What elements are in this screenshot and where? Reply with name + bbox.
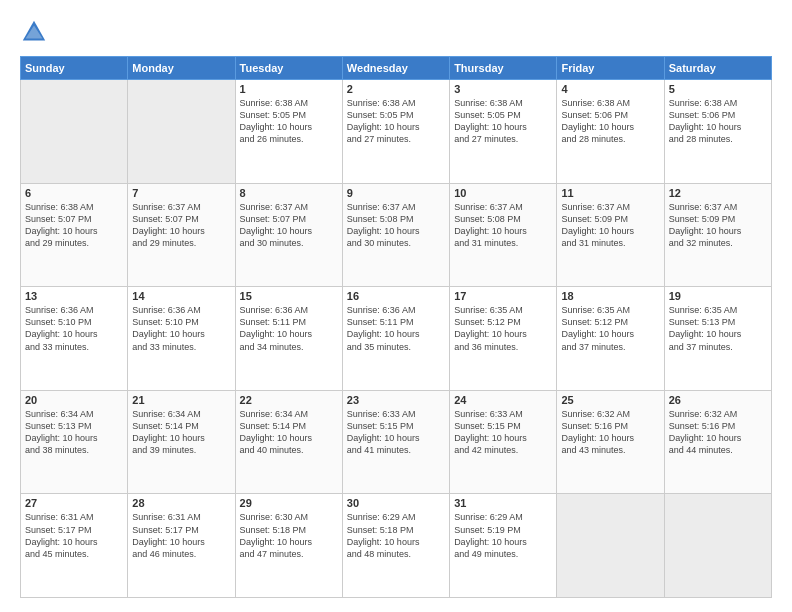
day-info: Sunrise: 6:32 AM Sunset: 5:16 PM Dayligh… bbox=[669, 408, 767, 457]
calendar-cell: 8Sunrise: 6:37 AM Sunset: 5:07 PM Daylig… bbox=[235, 183, 342, 287]
day-number: 29 bbox=[240, 497, 338, 509]
day-info: Sunrise: 6:37 AM Sunset: 5:07 PM Dayligh… bbox=[132, 201, 230, 250]
calendar-cell: 6Sunrise: 6:38 AM Sunset: 5:07 PM Daylig… bbox=[21, 183, 128, 287]
day-info: Sunrise: 6:38 AM Sunset: 5:07 PM Dayligh… bbox=[25, 201, 123, 250]
day-number: 12 bbox=[669, 187, 767, 199]
day-number: 24 bbox=[454, 394, 552, 406]
day-info: Sunrise: 6:37 AM Sunset: 5:09 PM Dayligh… bbox=[669, 201, 767, 250]
calendar-cell: 29Sunrise: 6:30 AM Sunset: 5:18 PM Dayli… bbox=[235, 494, 342, 598]
day-info: Sunrise: 6:29 AM Sunset: 5:19 PM Dayligh… bbox=[454, 511, 552, 560]
page: SundayMondayTuesdayWednesdayThursdayFrid… bbox=[0, 0, 792, 612]
day-info: Sunrise: 6:31 AM Sunset: 5:17 PM Dayligh… bbox=[132, 511, 230, 560]
calendar-cell: 16Sunrise: 6:36 AM Sunset: 5:11 PM Dayli… bbox=[342, 287, 449, 391]
calendar-cell: 28Sunrise: 6:31 AM Sunset: 5:17 PM Dayli… bbox=[128, 494, 235, 598]
calendar-cell bbox=[21, 80, 128, 184]
calendar-header-sunday: Sunday bbox=[21, 57, 128, 80]
day-number: 23 bbox=[347, 394, 445, 406]
day-info: Sunrise: 6:38 AM Sunset: 5:06 PM Dayligh… bbox=[561, 97, 659, 146]
calendar-header-friday: Friday bbox=[557, 57, 664, 80]
day-info: Sunrise: 6:38 AM Sunset: 5:05 PM Dayligh… bbox=[454, 97, 552, 146]
day-number: 27 bbox=[25, 497, 123, 509]
calendar-header-saturday: Saturday bbox=[664, 57, 771, 80]
day-info: Sunrise: 6:36 AM Sunset: 5:11 PM Dayligh… bbox=[240, 304, 338, 353]
day-number: 17 bbox=[454, 290, 552, 302]
day-info: Sunrise: 6:38 AM Sunset: 5:05 PM Dayligh… bbox=[347, 97, 445, 146]
calendar-cell: 14Sunrise: 6:36 AM Sunset: 5:10 PM Dayli… bbox=[128, 287, 235, 391]
calendar-week-row: 1Sunrise: 6:38 AM Sunset: 5:05 PM Daylig… bbox=[21, 80, 772, 184]
day-number: 13 bbox=[25, 290, 123, 302]
calendar-cell: 9Sunrise: 6:37 AM Sunset: 5:08 PM Daylig… bbox=[342, 183, 449, 287]
calendar-header-row: SundayMondayTuesdayWednesdayThursdayFrid… bbox=[21, 57, 772, 80]
logo-icon bbox=[20, 18, 48, 46]
day-info: Sunrise: 6:31 AM Sunset: 5:17 PM Dayligh… bbox=[25, 511, 123, 560]
day-info: Sunrise: 6:38 AM Sunset: 5:05 PM Dayligh… bbox=[240, 97, 338, 146]
day-info: Sunrise: 6:37 AM Sunset: 5:09 PM Dayligh… bbox=[561, 201, 659, 250]
calendar-cell: 12Sunrise: 6:37 AM Sunset: 5:09 PM Dayli… bbox=[664, 183, 771, 287]
day-info: Sunrise: 6:34 AM Sunset: 5:14 PM Dayligh… bbox=[132, 408, 230, 457]
calendar-cell: 26Sunrise: 6:32 AM Sunset: 5:16 PM Dayli… bbox=[664, 390, 771, 494]
calendar-cell: 23Sunrise: 6:33 AM Sunset: 5:15 PM Dayli… bbox=[342, 390, 449, 494]
day-number: 21 bbox=[132, 394, 230, 406]
logo bbox=[20, 18, 52, 46]
day-info: Sunrise: 6:34 AM Sunset: 5:14 PM Dayligh… bbox=[240, 408, 338, 457]
calendar-cell bbox=[128, 80, 235, 184]
calendar-cell: 24Sunrise: 6:33 AM Sunset: 5:15 PM Dayli… bbox=[450, 390, 557, 494]
calendar-cell: 20Sunrise: 6:34 AM Sunset: 5:13 PM Dayli… bbox=[21, 390, 128, 494]
day-info: Sunrise: 6:35 AM Sunset: 5:12 PM Dayligh… bbox=[454, 304, 552, 353]
day-info: Sunrise: 6:37 AM Sunset: 5:08 PM Dayligh… bbox=[347, 201, 445, 250]
day-number: 31 bbox=[454, 497, 552, 509]
day-number: 8 bbox=[240, 187, 338, 199]
day-info: Sunrise: 6:32 AM Sunset: 5:16 PM Dayligh… bbox=[561, 408, 659, 457]
day-number: 2 bbox=[347, 83, 445, 95]
calendar-cell: 25Sunrise: 6:32 AM Sunset: 5:16 PM Dayli… bbox=[557, 390, 664, 494]
day-number: 5 bbox=[669, 83, 767, 95]
calendar-cell: 13Sunrise: 6:36 AM Sunset: 5:10 PM Dayli… bbox=[21, 287, 128, 391]
header bbox=[20, 18, 772, 46]
day-info: Sunrise: 6:33 AM Sunset: 5:15 PM Dayligh… bbox=[347, 408, 445, 457]
day-number: 7 bbox=[132, 187, 230, 199]
day-info: Sunrise: 6:29 AM Sunset: 5:18 PM Dayligh… bbox=[347, 511, 445, 560]
day-info: Sunrise: 6:38 AM Sunset: 5:06 PM Dayligh… bbox=[669, 97, 767, 146]
day-number: 18 bbox=[561, 290, 659, 302]
day-number: 1 bbox=[240, 83, 338, 95]
day-number: 4 bbox=[561, 83, 659, 95]
calendar-week-row: 13Sunrise: 6:36 AM Sunset: 5:10 PM Dayli… bbox=[21, 287, 772, 391]
day-number: 19 bbox=[669, 290, 767, 302]
calendar-cell: 18Sunrise: 6:35 AM Sunset: 5:12 PM Dayli… bbox=[557, 287, 664, 391]
calendar-header-wednesday: Wednesday bbox=[342, 57, 449, 80]
day-info: Sunrise: 6:30 AM Sunset: 5:18 PM Dayligh… bbox=[240, 511, 338, 560]
calendar-header-monday: Monday bbox=[128, 57, 235, 80]
day-number: 20 bbox=[25, 394, 123, 406]
day-info: Sunrise: 6:36 AM Sunset: 5:11 PM Dayligh… bbox=[347, 304, 445, 353]
calendar-week-row: 27Sunrise: 6:31 AM Sunset: 5:17 PM Dayli… bbox=[21, 494, 772, 598]
day-number: 3 bbox=[454, 83, 552, 95]
calendar-header-tuesday: Tuesday bbox=[235, 57, 342, 80]
day-number: 25 bbox=[561, 394, 659, 406]
day-number: 28 bbox=[132, 497, 230, 509]
calendar-cell: 2Sunrise: 6:38 AM Sunset: 5:05 PM Daylig… bbox=[342, 80, 449, 184]
calendar-cell: 1Sunrise: 6:38 AM Sunset: 5:05 PM Daylig… bbox=[235, 80, 342, 184]
calendar-cell: 19Sunrise: 6:35 AM Sunset: 5:13 PM Dayli… bbox=[664, 287, 771, 391]
calendar-cell: 30Sunrise: 6:29 AM Sunset: 5:18 PM Dayli… bbox=[342, 494, 449, 598]
day-number: 14 bbox=[132, 290, 230, 302]
day-number: 26 bbox=[669, 394, 767, 406]
calendar-table: SundayMondayTuesdayWednesdayThursdayFrid… bbox=[20, 56, 772, 598]
calendar-cell: 31Sunrise: 6:29 AM Sunset: 5:19 PM Dayli… bbox=[450, 494, 557, 598]
day-number: 30 bbox=[347, 497, 445, 509]
calendar-cell: 15Sunrise: 6:36 AM Sunset: 5:11 PM Dayli… bbox=[235, 287, 342, 391]
day-info: Sunrise: 6:33 AM Sunset: 5:15 PM Dayligh… bbox=[454, 408, 552, 457]
day-info: Sunrise: 6:36 AM Sunset: 5:10 PM Dayligh… bbox=[25, 304, 123, 353]
calendar-cell: 21Sunrise: 6:34 AM Sunset: 5:14 PM Dayli… bbox=[128, 390, 235, 494]
day-number: 15 bbox=[240, 290, 338, 302]
calendar-header-thursday: Thursday bbox=[450, 57, 557, 80]
calendar-week-row: 20Sunrise: 6:34 AM Sunset: 5:13 PM Dayli… bbox=[21, 390, 772, 494]
day-number: 11 bbox=[561, 187, 659, 199]
day-info: Sunrise: 6:35 AM Sunset: 5:13 PM Dayligh… bbox=[669, 304, 767, 353]
calendar-week-row: 6Sunrise: 6:38 AM Sunset: 5:07 PM Daylig… bbox=[21, 183, 772, 287]
calendar-cell: 7Sunrise: 6:37 AM Sunset: 5:07 PM Daylig… bbox=[128, 183, 235, 287]
calendar-cell: 11Sunrise: 6:37 AM Sunset: 5:09 PM Dayli… bbox=[557, 183, 664, 287]
calendar-cell: 22Sunrise: 6:34 AM Sunset: 5:14 PM Dayli… bbox=[235, 390, 342, 494]
day-info: Sunrise: 6:37 AM Sunset: 5:07 PM Dayligh… bbox=[240, 201, 338, 250]
day-number: 22 bbox=[240, 394, 338, 406]
calendar-cell: 3Sunrise: 6:38 AM Sunset: 5:05 PM Daylig… bbox=[450, 80, 557, 184]
